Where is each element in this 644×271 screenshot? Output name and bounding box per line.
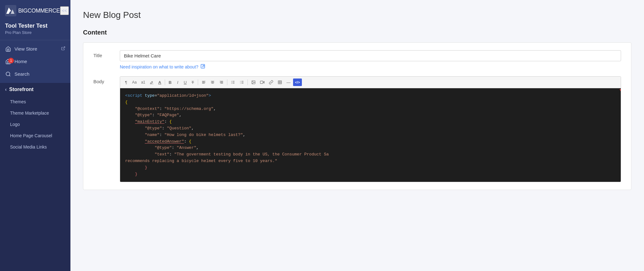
storefront-sub-items: Themes Theme Marketplace Logo Home Page … <box>0 96 70 155</box>
toolbar-bold-btn[interactable]: B <box>167 79 174 86</box>
code-editor-body[interactable]: <script type="application/ld+json"> { "@… <box>120 88 621 182</box>
blog-post-form: Title Need inspiration on what to write … <box>83 42 631 190</box>
toolbar-font-a1-btn[interactable]: a1 <box>139 79 147 86</box>
toolbar-video-btn[interactable] <box>258 79 266 86</box>
search-icon <box>5 71 11 77</box>
sidebar-header: BIGCOMMERCE << <box>0 0 70 16</box>
code-line: "@type": "FAQPage", <box>125 112 616 119</box>
toolbar-font-color-btn[interactable] <box>148 79 156 86</box>
svg-line-5 <box>9 75 10 76</box>
toolbar-sep-3 <box>227 79 227 85</box>
store-plan: Pro Plan Store <box>5 30 65 35</box>
code-line: recommends replacing a bicycle helmet ev… <box>125 158 616 165</box>
sidebar-item-label: Search <box>14 71 30 77</box>
store-info: Tool Tester Test Pro Plan Store <box>0 16 70 40</box>
toolbar-hr-btn[interactable]: — <box>285 79 292 86</box>
code-line: } <box>125 171 616 178</box>
sidebar-item-theme-marketplace[interactable]: Theme Marketplace <box>0 107 70 119</box>
storefront-header[interactable]: ‹ Storefront <box>0 83 70 96</box>
store-icon <box>5 46 11 52</box>
title-input[interactable] <box>120 50 621 61</box>
body-row: Body ¶ Aa a1 A B I U T <box>93 76 621 182</box>
page-title: New Blog Post <box>83 10 631 20</box>
external-link-icon <box>200 64 205 70</box>
sidebar-item-view-store[interactable]: View Store <box>0 43 70 55</box>
nav-section: View Store 1 Home <box>0 40 70 83</box>
sidebar-item-label: Home <box>14 59 27 64</box>
toolbar-underline-btn[interactable]: U <box>182 79 189 86</box>
toolbar-sep-4 <box>247 79 248 85</box>
code-line: "name": "How long do bike helmets last?"… <box>125 132 616 138</box>
logo: BIGCOMMERCE <box>5 5 60 16</box>
svg-rect-8 <box>150 84 153 84</box>
svg-text:3: 3 <box>240 83 241 84</box>
sidebar-item-themes[interactable]: Themes <box>0 96 70 107</box>
storefront-section: ‹ Storefront Themes Theme Marketplace Lo… <box>0 83 70 271</box>
toolbar-italic-btn[interactable]: I <box>174 79 181 86</box>
sidebar-item-social-media-links[interactable]: Social Media Links <box>0 141 70 153</box>
toolbar-font-aa-btn[interactable]: Aa <box>130 79 139 86</box>
code-line: "@context": "https://schema.org", <box>125 106 616 112</box>
sidebar-item-search[interactable]: Search <box>0 68 70 80</box>
bigcommerce-logo-icon <box>5 5 16 16</box>
code-line: } <box>125 165 616 171</box>
toolbar-underline-a-btn[interactable]: A <box>156 79 163 86</box>
toolbar-paragraph-btn[interactable]: ¶ <box>123 79 130 86</box>
sidebar-item-label: View Store <box>14 46 37 51</box>
external-link-icon <box>61 46 65 51</box>
toolbar-align-left-btn[interactable] <box>200 79 208 86</box>
toolbar-strikethrough-btn[interactable]: T <box>189 79 196 86</box>
chevron-left-icon: ‹ <box>5 87 7 92</box>
toolbar-bullet-list-btn[interactable] <box>229 79 237 86</box>
content-section-title: Content <box>83 29 631 36</box>
code-line: <script type="application/ld+json"> <box>125 93 616 99</box>
svg-point-24 <box>231 81 232 82</box>
body-label: Body <box>93 76 112 84</box>
collapse-sidebar-button[interactable]: << <box>60 6 69 15</box>
toolbar-table-btn[interactable] <box>276 79 284 86</box>
logo-big: BIG <box>18 8 28 14</box>
toolbar-sep-2 <box>198 79 198 85</box>
inspiration-text: Need inspiration on what to write about? <box>120 64 198 69</box>
inspiration-link[interactable]: Need inspiration on what to write about? <box>120 64 205 70</box>
editor-toolbar: ¶ Aa a1 A B I U T <box>120 77 621 88</box>
sidebar-item-home-page-carousel[interactable]: Home Page Carousel <box>0 130 70 141</box>
svg-point-25 <box>231 82 232 83</box>
title-field: Need inspiration on what to write about? <box>120 50 621 70</box>
code-line: { <box>125 99 616 106</box>
svg-marker-42 <box>619 89 621 97</box>
svg-line-3 <box>63 47 65 49</box>
svg-marker-35 <box>263 81 264 83</box>
main-content: New Blog Post Content Title Need inspira… <box>70 0 644 271</box>
title-row: Title Need inspiration on what to write … <box>93 50 621 70</box>
toolbar-align-center-btn[interactable] <box>208 79 217 86</box>
svg-rect-36 <box>260 81 263 84</box>
red-arrow-svg <box>619 76 621 98</box>
toolbar-source-btn[interactable]: </> <box>293 79 302 86</box>
red-arrow-indicator <box>619 76 621 99</box>
title-label: Title <box>93 50 112 58</box>
toolbar-numbered-list-btn[interactable]: 123 <box>238 79 246 86</box>
toolbar-align-right-btn[interactable] <box>217 79 225 86</box>
code-line: "text": "The government testing body in … <box>125 151 616 158</box>
sidebar: BIGCOMMERCE << Tool Tester Test Pro Plan… <box>0 0 70 271</box>
code-line: "@type": "Question", <box>125 125 616 132</box>
toolbar-link-btn[interactable] <box>267 79 275 86</box>
sidebar-item-home[interactable]: 1 Home <box>0 55 70 68</box>
sidebar-item-logo[interactable]: Logo <box>0 119 70 130</box>
wysiwyg-editor: ¶ Aa a1 A B I U T <box>120 76 621 182</box>
store-name: Tool Tester Test <box>5 23 65 30</box>
logo-text: BIGCOMMERCE <box>18 8 60 14</box>
code-line: "mainEntity": { <box>125 119 616 125</box>
toolbar-image-btn[interactable] <box>249 79 258 86</box>
storefront-label: Storefront <box>9 87 33 92</box>
toolbar-sep-1 <box>165 79 165 85</box>
svg-point-26 <box>231 83 232 84</box>
logo-commerce: COMMERCE <box>28 8 60 14</box>
code-line: "acceptedAnswer": { <box>125 138 616 145</box>
svg-point-34 <box>253 81 253 82</box>
code-line: "@type": "Answer", <box>125 145 616 151</box>
home-badge: 1 <box>8 58 14 63</box>
svg-point-4 <box>6 72 10 76</box>
